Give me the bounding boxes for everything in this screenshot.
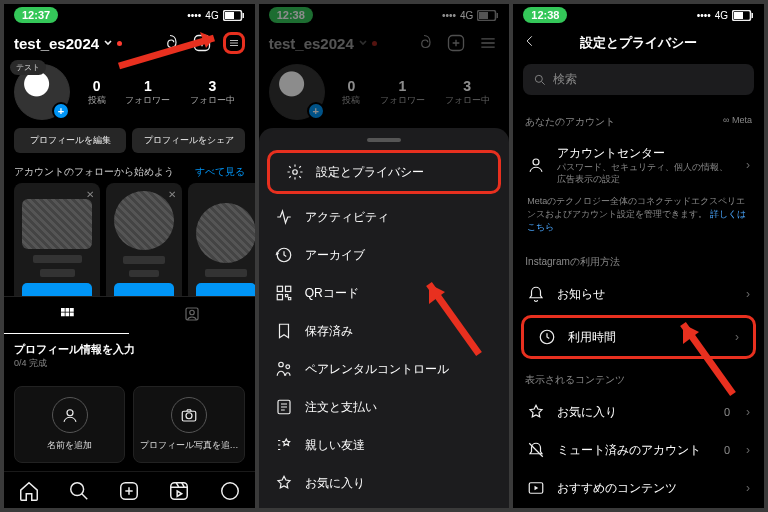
- menu-item-qr[interactable]: QRコード: [259, 274, 510, 312]
- star-icon: [275, 474, 293, 492]
- menu-item-archive[interactable]: アーカイブ: [259, 236, 510, 274]
- star-list-icon: [275, 436, 293, 454]
- sheet-grabber[interactable]: [367, 138, 401, 142]
- share-profile-button[interactable]: プロフィールをシェア: [132, 128, 244, 153]
- svg-point-8: [186, 413, 192, 419]
- row-muted[interactable]: ミュート済みのアカウント 0›: [513, 431, 764, 469]
- create-icon[interactable]: [118, 480, 140, 502]
- status-time: 12:37: [14, 7, 58, 23]
- settings-title: 設定とプライバシー: [513, 26, 764, 60]
- search-input[interactable]: 検索: [523, 64, 754, 95]
- test-badge: テスト: [10, 60, 46, 75]
- parental-icon: [275, 360, 293, 378]
- notification-dot-icon: [117, 41, 122, 46]
- status-time: 12:38: [269, 7, 313, 23]
- new-post-icon[interactable]: [191, 32, 213, 54]
- discover-cards[interactable]: ✕ ✕: [4, 183, 255, 296]
- row-time-spent[interactable]: 利用時間 ›: [521, 315, 756, 359]
- svg-rect-2: [242, 13, 244, 18]
- row-notifications[interactable]: お知らせ ›: [513, 275, 764, 313]
- section-content-shown: 表示されるコンテンツ: [525, 373, 625, 387]
- row-account-center[interactable]: アカウントセンター パスワード、セキュリティ、個人の情報、広告表示の設定 ›: [513, 135, 764, 195]
- account-center-icon: [527, 155, 545, 175]
- row-likes-shares[interactable]: 「いいね！」数とシェア数›: [513, 507, 764, 508]
- mute-icon: [527, 441, 545, 459]
- menu-label: 設定とプライバシー: [316, 164, 424, 181]
- menu-item-settings[interactable]: 設定とプライバシー: [267, 150, 502, 194]
- tab-grid[interactable]: [4, 297, 129, 334]
- stat-following[interactable]: 3フォロー中: [190, 78, 235, 107]
- svg-point-12: [221, 483, 238, 500]
- menu-item-saved[interactable]: 保存済み: [259, 312, 510, 350]
- svg-point-6: [67, 410, 73, 416]
- svg-rect-26: [734, 12, 743, 19]
- username-text: test_es2024: [14, 35, 99, 52]
- menu-item-close-friends[interactable]: 親しい友達: [259, 426, 510, 464]
- svg-rect-27: [752, 13, 754, 18]
- hamburger-menu-icon: [477, 32, 499, 54]
- see-all-link[interactable]: すべて見る: [195, 165, 245, 179]
- profile-header: test_es2024: [4, 26, 255, 60]
- status-bar: 12:38 ••••4G: [513, 4, 764, 26]
- discover-card[interactable]: ✕: [106, 183, 182, 296]
- profile-tabs: [4, 296, 255, 334]
- search-placeholder: 検索: [553, 71, 577, 88]
- row-title: アカウントセンター: [557, 145, 734, 162]
- svg-point-28: [536, 75, 543, 82]
- clock-icon: [538, 328, 556, 346]
- search-icon[interactable]: [68, 480, 90, 502]
- new-post-icon: [445, 32, 467, 54]
- svg-point-22: [278, 362, 283, 367]
- home-icon[interactable]: [18, 480, 40, 502]
- menu-item-parental[interactable]: ペアレンタルコントロール: [259, 350, 510, 388]
- menu-item-activity[interactable]: アクティビティ: [259, 198, 510, 236]
- person-icon: [52, 397, 88, 433]
- profile-icon[interactable]: [219, 480, 241, 502]
- username-dropdown[interactable]: test_es2024: [14, 35, 122, 52]
- chevron-right-icon: ›: [746, 287, 750, 301]
- stat-followers[interactable]: 1フォロワー: [125, 78, 170, 107]
- svg-rect-11: [171, 483, 188, 500]
- avatar[interactable]: テスト +: [14, 64, 70, 120]
- svg-rect-14: [479, 12, 488, 19]
- edit-profile-button[interactable]: プロフィールを編集: [14, 128, 126, 153]
- add-name-card[interactable]: 名前を追加: [14, 386, 125, 463]
- status-bar: 12:37 ••••4G: [4, 4, 255, 26]
- gear-icon: [286, 163, 304, 181]
- stat-posts[interactable]: 0投稿: [88, 78, 106, 107]
- row-favorites[interactable]: お気に入り 0›: [513, 393, 764, 431]
- threads-icon[interactable]: [159, 32, 181, 54]
- username-dropdown: test_es2024: [269, 35, 377, 52]
- bell-icon: [527, 285, 545, 303]
- svg-rect-1: [225, 12, 234, 19]
- discover-card[interactable]: ✕: [14, 183, 100, 296]
- chevron-right-icon: ›: [735, 330, 739, 344]
- close-icon[interactable]: ✕: [168, 189, 176, 200]
- svg-rect-20: [285, 286, 290, 291]
- discover-card[interactable]: [188, 183, 255, 296]
- add-photo-card[interactable]: プロフィール写真を追…: [133, 386, 244, 463]
- status-right: ••••4G: [187, 10, 244, 21]
- add-story-icon[interactable]: +: [52, 102, 70, 120]
- star-icon: [527, 403, 545, 421]
- back-icon[interactable]: [523, 34, 537, 51]
- orders-icon: [275, 398, 293, 416]
- tab-tagged[interactable]: [129, 297, 254, 334]
- hamburger-menu-icon[interactable]: [223, 32, 245, 54]
- reels-icon[interactable]: [168, 480, 190, 502]
- svg-point-23: [286, 365, 290, 369]
- bookmark-icon: [275, 322, 293, 340]
- complete-profile-sub: 0/4 完成: [14, 357, 245, 370]
- complete-profile-title: プロフィール情報を入力: [14, 342, 245, 357]
- svg-rect-21: [277, 295, 282, 300]
- svg-rect-15: [497, 13, 499, 18]
- profile-stats-row: テスト + 0投稿 1フォロワー 3フォロー中: [4, 60, 255, 128]
- menu-item-orders[interactable]: 注文と支払い: [259, 388, 510, 426]
- menu-item-favorites[interactable]: お気に入り: [259, 464, 510, 502]
- meta-logo: ∞ Meta: [723, 115, 752, 129]
- row-suggested[interactable]: おすすめのコンテンツ›: [513, 469, 764, 507]
- account-center-desc: Metaのテクノロジー全体のコネクテッドエクスペリエンスおよびアカウント設定を管…: [513, 195, 764, 243]
- camera-icon: [171, 397, 207, 433]
- section-usage: Instagramの利用方法: [525, 255, 619, 269]
- discover-title: アカウントのフォローから始めよう: [14, 165, 174, 179]
